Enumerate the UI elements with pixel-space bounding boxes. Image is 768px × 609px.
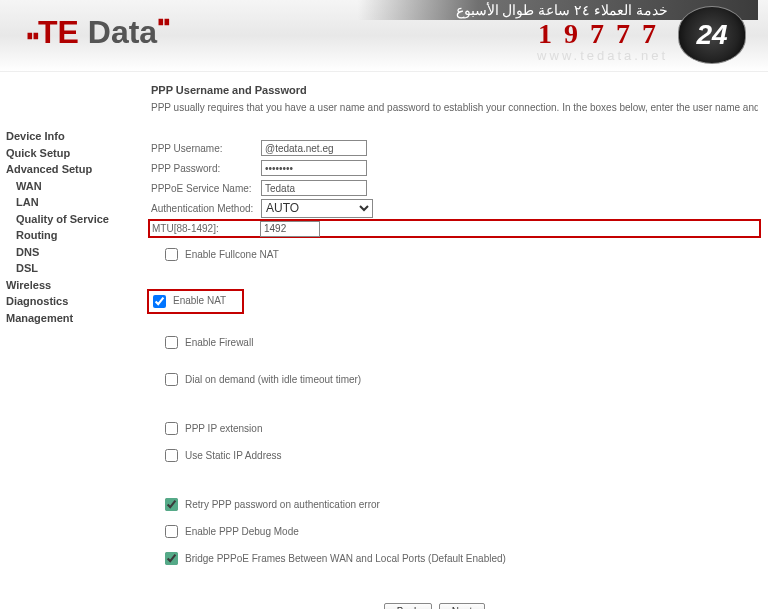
page-desc: PPP usually requires that you have a use… bbox=[151, 102, 758, 113]
enable-nat-label: Enable NAT bbox=[173, 295, 226, 308]
ppp-ip-ext-label: PPP IP extension bbox=[185, 423, 262, 434]
sidebar-item-wan[interactable]: WAN bbox=[6, 178, 131, 195]
debug-mode-checkbox[interactable] bbox=[165, 525, 178, 538]
main-content: PPP Username and Password PPP usually re… bbox=[135, 72, 768, 609]
tedata-logo: ∎∎TE Data∎∎ bbox=[26, 14, 169, 51]
dial-on-demand-label: Dial on demand (with idle timeout timer) bbox=[185, 374, 361, 385]
next-button[interactable]: Next bbox=[439, 603, 486, 609]
ppp-ip-ext-checkbox[interactable] bbox=[165, 422, 178, 435]
sidebar-item-routing[interactable]: Routing bbox=[6, 227, 131, 244]
enable-nat-checkbox[interactable] bbox=[153, 295, 166, 308]
sidebar-item-wireless[interactable]: Wireless bbox=[6, 277, 131, 294]
debug-mode-label: Enable PPP Debug Mode bbox=[185, 526, 299, 537]
enable-nat-highlight: Enable NAT bbox=[147, 289, 244, 314]
sidebar-item-quick-setup[interactable]: Quick Setup bbox=[6, 145, 131, 162]
dial-on-demand-checkbox[interactable] bbox=[165, 373, 178, 386]
firewall-checkbox[interactable] bbox=[165, 336, 178, 349]
retry-ppp-checkbox[interactable] bbox=[165, 498, 178, 511]
sidebar-item-dsl[interactable]: DSL bbox=[6, 260, 131, 277]
sidebar-item-dns[interactable]: DNS bbox=[6, 244, 131, 261]
sidebar: Device Info Quick Setup Advanced Setup W… bbox=[0, 72, 135, 609]
mtu-row-highlight: MTU[88-1492]: bbox=[148, 219, 761, 238]
sidebar-item-diagnostics[interactable]: Diagnostics bbox=[6, 293, 131, 310]
mtu-input[interactable] bbox=[260, 221, 320, 237]
banner-right: خدمة العملاء ٢٤ ساعة طوال الأسبوع 19777 … bbox=[358, 0, 758, 72]
badge-24-icon: 24 bbox=[678, 6, 746, 64]
retry-ppp-label: Retry PPP password on authentication err… bbox=[185, 499, 380, 510]
sidebar-item-management[interactable]: Management bbox=[6, 310, 131, 327]
service-name-label: PPPoE Service Name: bbox=[151, 183, 261, 194]
fullcone-nat-label: Enable Fullcone NAT bbox=[185, 249, 279, 260]
firewall-label: Enable Firewall bbox=[185, 337, 253, 348]
ppp-password-input[interactable] bbox=[261, 160, 367, 176]
bridge-pppoe-label: Bridge PPPoE Frames Between WAN and Loca… bbox=[185, 553, 506, 564]
sidebar-item-advanced-setup[interactable]: Advanced Setup bbox=[6, 161, 131, 178]
mtu-label: MTU[88-1492]: bbox=[152, 223, 260, 234]
auth-method-label: Authentication Method: bbox=[151, 203, 261, 214]
top-banner: ∎∎TE Data∎∎ خدمة العملاء ٢٤ ساعة طوال ال… bbox=[0, 0, 768, 72]
sidebar-item-lan[interactable]: LAN bbox=[6, 194, 131, 211]
static-ip-checkbox[interactable] bbox=[165, 449, 178, 462]
ppp-password-label: PPP Password: bbox=[151, 163, 261, 174]
sidebar-item-qos[interactable]: Quality of Service bbox=[6, 211, 131, 228]
fullcone-nat-checkbox[interactable] bbox=[165, 248, 178, 261]
ppp-username-input[interactable] bbox=[261, 140, 367, 156]
bridge-pppoe-checkbox[interactable] bbox=[165, 552, 178, 565]
static-ip-label: Use Static IP Address bbox=[185, 450, 282, 461]
sidebar-item-device-info[interactable]: Device Info bbox=[6, 128, 131, 145]
service-name-input[interactable] bbox=[261, 180, 367, 196]
auth-method-select[interactable]: AUTO bbox=[261, 199, 373, 218]
back-button[interactable]: Back bbox=[384, 603, 432, 609]
page-title: PPP Username and Password bbox=[151, 84, 758, 96]
ppp-username-label: PPP Username: bbox=[151, 143, 261, 154]
